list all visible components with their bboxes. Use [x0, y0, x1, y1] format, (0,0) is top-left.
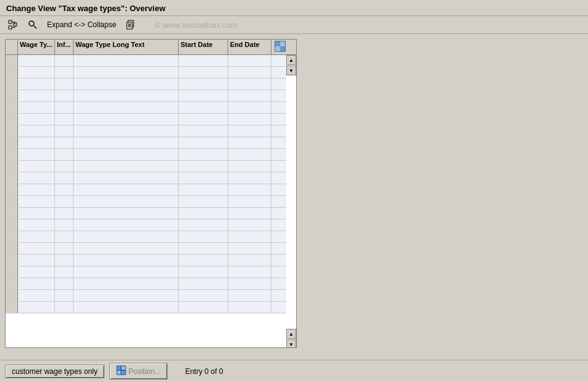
tree-icon [7, 19, 19, 30]
scroll-down-btn[interactable]: ▼ [286, 66, 296, 75]
position-label: Position... [129, 367, 161, 376]
position-btn[interactable]: Position... [109, 363, 168, 380]
table-row[interactable] [6, 302, 286, 313]
bottom-bar: customer wage types only Position... Ent… [0, 360, 588, 382]
table-row[interactable] [6, 255, 286, 266]
table-header: Wage Ty... Inf... Wage Type Long Text St… [6, 40, 296, 55]
table-row[interactable] [6, 137, 286, 149]
copy-icon [125, 19, 136, 30]
svg-rect-17 [275, 46, 280, 51]
tree-icon-btn[interactable] [5, 18, 21, 32]
table-container: Wage Ty... Inf... Wage Type Long Text St… [5, 39, 297, 348]
settings-icon [275, 41, 286, 53]
table-row[interactable] [6, 102, 286, 114]
header-end-date: End Date [228, 40, 271, 54]
table-row[interactable] [6, 161, 286, 172]
table-row[interactable] [6, 114, 286, 125]
scroll-up-btn[interactable]: ▲ [286, 55, 296, 65]
expand-collapse-label: Expand <-> Collapse [47, 20, 116, 29]
table-row[interactable] [6, 90, 286, 102]
svg-rect-1 [9, 26, 12, 29]
table-row[interactable] [6, 184, 286, 196]
table-row[interactable] [6, 79, 286, 90]
table-row[interactable] [6, 243, 286, 255]
table-row[interactable] [6, 149, 286, 161]
table-row[interactable] [6, 67, 286, 79]
header-wage-type: Wage Ty... [18, 40, 55, 54]
svg-line-8 [34, 26, 37, 29]
header-start-date: Start Date [179, 40, 228, 54]
copy-btn[interactable] [122, 18, 138, 32]
page-title: Change View "Tax wage types": Overview [6, 4, 166, 13]
header-select [6, 40, 18, 54]
svg-rect-21 [117, 370, 121, 375]
title-bar: Change View "Tax wage types": Overview [0, 0, 588, 16]
table-row[interactable] [6, 231, 286, 243]
expand-collapse-btn[interactable]: Expand <-> Collapse [45, 19, 119, 30]
table-row[interactable] [6, 125, 286, 137]
table-row[interactable] [6, 172, 286, 184]
position-icon [116, 365, 126, 377]
table-row[interactable] [6, 208, 286, 219]
table-body [6, 55, 286, 348]
table-row[interactable] [6, 278, 286, 290]
scroll-up2-btn[interactable]: ▲ [286, 329, 296, 339]
header-settings[interactable] [271, 40, 289, 54]
search-icon [27, 19, 38, 30]
svg-rect-15 [275, 41, 280, 46]
svg-rect-20 [121, 366, 126, 370]
svg-rect-19 [117, 366, 121, 370]
search-btn[interactable] [25, 18, 41, 32]
svg-rect-22 [121, 370, 126, 375]
table-row[interactable] [6, 290, 286, 302]
table-row[interactable] [6, 219, 286, 231]
svg-point-7 [29, 21, 34, 26]
table-row[interactable] [6, 266, 286, 278]
table-row[interactable] [6, 196, 286, 208]
svg-rect-18 [280, 46, 285, 51]
watermark: © www.tutorialkart.com [155, 20, 237, 30]
header-inf: Inf... [55, 40, 74, 54]
customer-wage-types-btn[interactable]: customer wage types only [5, 365, 104, 378]
svg-rect-0 [9, 20, 12, 23]
scroll-down2-btn[interactable]: ▼ [286, 339, 296, 348]
customer-wage-types-label: customer wage types only [12, 367, 98, 376]
svg-rect-16 [280, 41, 285, 46]
main-area: Wage Ty... Inf... Wage Type Long Text St… [0, 34, 588, 367]
table-row[interactable] [6, 55, 286, 67]
entry-info: Entry 0 of 0 [185, 367, 223, 376]
toolbar: Expand <-> Collapse © www.tutorialkart.c… [0, 16, 588, 34]
header-long-text: Wage Type Long Text [74, 40, 179, 54]
